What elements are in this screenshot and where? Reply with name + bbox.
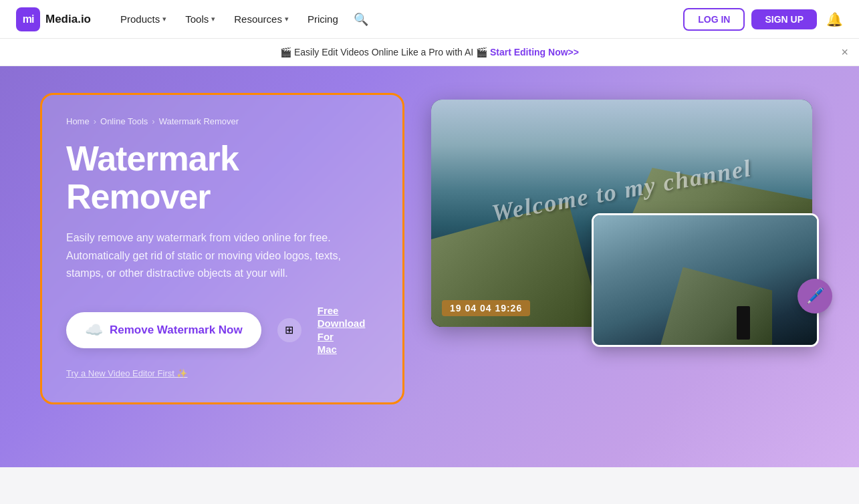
breadcrumb-home[interactable]: Home [66,116,90,126]
logo-text: Media.io [45,13,91,26]
nav-links: Products ▾ Tools ▾ Resources ▾ Pricing 🔍 [112,7,672,31]
hero-section: Home › Online Tools › Watermark Remover … [0,66,859,467]
hero-video-preview: Welcome to my channel 19 04 04 19:26 🖊️ [431,100,819,327]
breadcrumb-current: Watermark Remover [159,116,239,126]
chevron-down-icon: ▾ [211,15,215,23]
promo-banner: 🎬 Easily Edit Videos Online Like a Pro w… [0,39,859,66]
overlay-video-preview [592,213,819,347]
hero-card: Home › Online Tools › Watermark Remover … [40,93,404,404]
logo-link[interactable]: mi Media.io [16,7,91,31]
download-mac-text: Free Download For Mac [318,304,378,356]
cta-row: ☁️ Remove Watermark Now ⊞ Free Download … [66,304,378,356]
eraser-icon: 🖊️ [806,287,824,305]
try-editor-link[interactable]: Try a New Video Editor First ✨ [66,368,378,378]
login-button[interactable]: LOG IN [683,8,745,31]
cloud-upload-icon: ☁️ [85,322,103,339]
breadcrumb-sep-1: › [94,116,96,126]
breadcrumb: Home › Online Tools › Watermark Remover [66,116,378,126]
nav-item-products[interactable]: Products ▾ [112,9,174,29]
hero-left-content: Home › Online Tools › Watermark Remover … [40,93,404,404]
banner-close-button[interactable]: × [841,45,848,59]
breadcrumb-online-tools[interactable]: Online Tools [100,116,148,126]
signup-button[interactable]: SIGN UP [751,9,817,29]
breadcrumb-sep-2: › [152,116,154,126]
notification-bell-icon[interactable]: 🔔 [826,11,843,27]
remove-watermark-button[interactable]: ☁️ Remove Watermark Now [66,312,261,348]
navbar: mi Media.io Products ▾ Tools ▾ Resources… [0,0,859,39]
banner-text: 🎬 Easily Edit Videos Online Like a Pro w… [280,47,490,57]
windows-icon: ⊞ [277,318,301,342]
timestamp-badge: 19 04 04 19:26 [442,300,530,316]
nav-item-pricing[interactable]: Pricing [299,9,346,29]
nav-item-tools[interactable]: Tools ▾ [177,9,223,29]
page-title: Watermark Remover [66,140,378,216]
nav-actions: LOG IN SIGN UP 🔔 [683,8,843,31]
edit-icon-bubble: 🖊️ [797,279,832,313]
hero-description: Easily remove any watermark from video o… [66,229,378,282]
download-mac-link[interactable]: Free Download For Mac [318,304,378,356]
person-silhouette [737,306,750,340]
banner-cta-link[interactable]: Start Editing Now>> [490,47,579,57]
logo-icon: mi [16,7,40,31]
chevron-down-icon: ▾ [162,15,166,23]
search-icon[interactable]: 🔍 [349,7,373,31]
overlay-video-background [594,215,817,345]
overlay-cliff-shape [660,267,772,345]
chevron-down-icon: ▾ [285,15,289,23]
nav-item-resources[interactable]: Resources ▾ [226,9,297,29]
